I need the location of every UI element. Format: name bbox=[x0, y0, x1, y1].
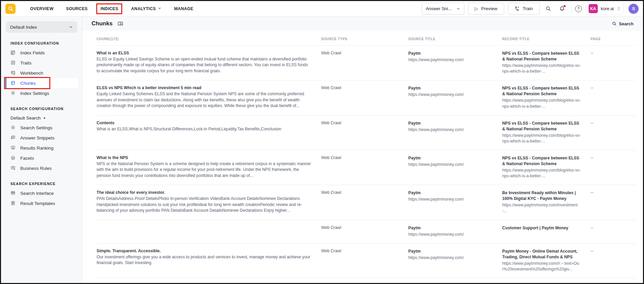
search-icon bbox=[545, 6, 551, 11]
page-title: Chunks bbox=[92, 20, 112, 27]
notification-dot bbox=[564, 5, 566, 7]
sidebar-item-answer-snippets[interactable]: Answer Snippets bbox=[1, 133, 82, 143]
play-icon: ▷ bbox=[475, 6, 478, 11]
record-url: https://www.paytmmoney.com/blog/elss-vs-… bbox=[502, 63, 581, 74]
nav-item-overview[interactable]: OVERVIEW bbox=[26, 4, 57, 14]
source-url: https://www.paytmmoney.com/ bbox=[408, 57, 493, 63]
sidebar-item-facets[interactable]: Facets bbox=[1, 153, 82, 163]
sidebar-item-results-ranking[interactable]: Results Ranking bbox=[1, 143, 82, 153]
source-type-cell: Web Crawl bbox=[321, 249, 408, 272]
magnifier-logo-icon bbox=[8, 6, 14, 11]
sidebar-item-workbench[interactable]: Workbench bbox=[1, 68, 82, 78]
chunk-cell: Contents What is an ELSS,What is NPS,Str… bbox=[97, 121, 321, 144]
sidebar-item-chunks[interactable]: Chunks bbox=[5, 78, 78, 88]
train-button[interactable]: Train bbox=[508, 3, 540, 15]
record-title: NPS vs ELSS - Compare between ELSS & Nat… bbox=[502, 155, 581, 167]
chunk-body: Equity Linked Saving Schemes ELSS and th… bbox=[97, 91, 312, 109]
source-url: https://www.paytmmoney.com/ bbox=[408, 197, 493, 202]
chunk-cell: ELSS vs NPS Which is a better investment… bbox=[97, 85, 321, 109]
index-selector-dropdown[interactable]: Default Index bbox=[6, 21, 77, 33]
column-header-chunk-172: CHUNK(172) bbox=[97, 37, 321, 41]
record-url: https://www.paytmmoney.com/#:~:text=Our%… bbox=[502, 261, 581, 272]
source-title-cell: Paytm https://www.paytmmoney.com/ bbox=[408, 85, 502, 109]
source-title: Paytm bbox=[408, 190, 493, 196]
account-badge: KA bbox=[589, 4, 598, 13]
sidebar-item-index-settings[interactable]: Index Settings bbox=[1, 88, 82, 98]
page-cell: -- bbox=[591, 190, 636, 214]
sidebar-item-label: Answer Snippets bbox=[20, 135, 54, 140]
answer-snippets-dropdown[interactable]: Answer Sni... bbox=[422, 3, 464, 15]
record-title-cell: NPS vs ELSS - Compare between ELSS & Nat… bbox=[502, 51, 591, 74]
record-url: https://www.paytmmoney.com/investment-..… bbox=[502, 202, 581, 214]
sidebar-item-label: Chunks bbox=[20, 81, 36, 86]
table-row[interactable]: Contents What is an ELSS,What is NPS,Str… bbox=[97, 115, 636, 150]
app-logo[interactable] bbox=[5, 4, 16, 14]
sidebar-item-index-fields[interactable]: Index Fields bbox=[1, 48, 82, 58]
table-row[interactable]: Web Crawl Paytm https://www.paytmmoney.c… bbox=[97, 220, 636, 243]
chevron-down-icon bbox=[69, 25, 73, 29]
table-search-button[interactable]: Search bbox=[612, 21, 634, 26]
divider bbox=[571, 4, 571, 13]
sidebar-item-label: Business Rules bbox=[20, 166, 52, 171]
source-type-cell: Web Crawl bbox=[321, 51, 408, 74]
sidebar-item-business-rules[interactable]: Business Rules bbox=[1, 163, 82, 173]
help-icon[interactable]: ? bbox=[575, 5, 582, 12]
answer-snippets-icon bbox=[10, 135, 16, 140]
book-info-icon[interactable] bbox=[118, 21, 123, 27]
column-header-record-title: RECORD TITLE bbox=[502, 37, 591, 41]
table-row[interactable]: ELSS vs NPS Which is a better investment… bbox=[97, 80, 636, 115]
source-url: https://www.paytmmoney.com/ bbox=[408, 162, 493, 167]
main-content: Chunks Search CHUNK(172)SOURCE TYPESOURC… bbox=[82, 17, 643, 283]
chunk-title: ELSS vs NPS Which is a better investment… bbox=[97, 85, 312, 90]
account-switcher[interactable]: KA kore.ai bbox=[586, 2, 623, 15]
results-ranking-icon bbox=[10, 145, 16, 151]
sidebar-item-search-settings[interactable]: Search Settings bbox=[1, 123, 82, 133]
page-cell: -- bbox=[591, 51, 636, 74]
user-avatar[interactable]: S bbox=[628, 4, 639, 14]
page-cell: -- bbox=[591, 225, 636, 237]
chunks-table: CHUNK(172)SOURCE TYPESOURCE TITLERECORD … bbox=[82, 31, 643, 283]
nav-item-analytics[interactable]: ANALYTICS bbox=[127, 4, 165, 14]
table-row[interactable]: What is the NPS NPS or the National Pens… bbox=[97, 150, 636, 185]
chunk-title: Contents bbox=[97, 121, 312, 125]
nav-item-manage[interactable]: MANAGE bbox=[170, 4, 197, 14]
global-search-button[interactable] bbox=[543, 4, 553, 14]
search-interface-icon bbox=[10, 190, 16, 196]
column-header-source-title: SOURCE TITLE bbox=[408, 37, 502, 41]
record-url: https://www.paytmmoney.com/blog/elss-vs-… bbox=[502, 98, 581, 109]
page-cell: -- bbox=[591, 85, 636, 109]
sidebar-item-search-interface[interactable]: Search Interface bbox=[1, 188, 82, 198]
search-icon bbox=[612, 21, 617, 26]
record-title-cell: Customer Support | Paytm Money bbox=[502, 225, 591, 237]
nav-item-indices[interactable]: INDICES bbox=[96, 3, 122, 14]
source-title-cell: Paytm https://www.paytmmoney.com/ bbox=[408, 249, 502, 272]
table-row[interactable]: Simple. Transparent. Accessible. Our inv… bbox=[97, 243, 636, 278]
table-row[interactable]: What is an ELSS ELSS or Equity Linked Sa… bbox=[97, 45, 636, 80]
chunk-title: The ideal choice for every investor. bbox=[97, 190, 312, 195]
sidebar-item-label: Facets bbox=[20, 156, 34, 161]
chunks-icon bbox=[10, 80, 16, 86]
table-row[interactable]: Web Crawl Paytm https://www.paytmmoney.c… bbox=[97, 278, 636, 283]
source-title-cell: Paytm https://www.paytmmoney.com/ bbox=[408, 155, 502, 179]
record-url: https://www.paytmmoney.com/blog/elss-vs-… bbox=[502, 133, 581, 144]
chunk-cell: What is an ELSS ELSS or Equity Linked Sa… bbox=[97, 51, 321, 74]
record-title-cell: Be Investment Ready within Minutes | 100… bbox=[502, 190, 591, 214]
nav-item-label: OVERVIEW bbox=[30, 6, 54, 11]
sidebar-item-traits[interactable]: Traits bbox=[1, 58, 82, 68]
topnav-right: Answer Sni... ▷ Preview Train bbox=[422, 2, 639, 15]
sidebar-item-label: Search Interface bbox=[20, 191, 54, 196]
sidebar-item-label: Workbench bbox=[20, 71, 43, 76]
notifications-button[interactable] bbox=[557, 4, 567, 14]
nav-item-sources[interactable]: SOURCES bbox=[62, 4, 92, 14]
preview-label: Preview bbox=[481, 6, 497, 11]
record-title-cell: NPS vs ELSS - Compare between ELSS & Nat… bbox=[502, 85, 591, 109]
nav-item-label: MANAGE bbox=[174, 6, 193, 11]
sidebar-dropdown-default-search[interactable]: Default Search▾ bbox=[1, 113, 82, 123]
result-templates-icon bbox=[10, 201, 16, 206]
preview-button[interactable]: ▷ Preview bbox=[468, 3, 504, 15]
source-title: Paytm bbox=[408, 85, 493, 91]
table-row[interactable]: The ideal choice for every investor. PAN… bbox=[97, 185, 636, 220]
source-title-cell: Paytm https://www.paytmmoney.com/ bbox=[408, 225, 502, 237]
source-type-cell: Web Crawl bbox=[321, 121, 408, 144]
sidebar-item-result-templates[interactable]: Result Templates bbox=[1, 198, 82, 208]
